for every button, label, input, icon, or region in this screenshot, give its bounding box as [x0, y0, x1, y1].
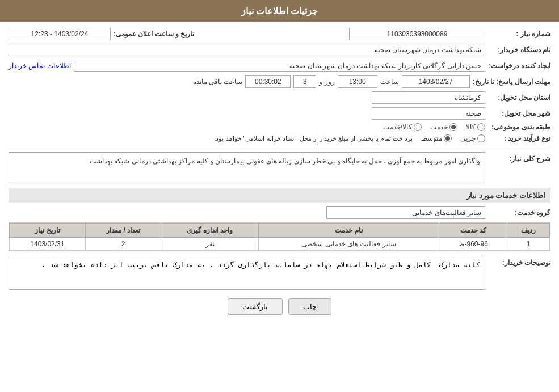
cell-nam_khadamat: سایر فعالیت های خدماتی شخصی [258, 238, 439, 251]
cell-vahed: نفر [161, 238, 258, 251]
gorohe-khadamat-value: سایر فعالیت‌های خدماتی [326, 206, 485, 219]
mohlat-baqi-label: ساعت باقی مانده [193, 78, 243, 86]
col-vahed: واحد اندازه گیری [161, 224, 258, 238]
shomare-niaz-value: 1103030393000089 [349, 28, 485, 40]
mohlat-roz: 3 [293, 75, 316, 88]
sharh-value: واگذاری امور مربوط به جمع آوری ، حمل به … [9, 152, 485, 183]
ostan-value: کرمانشاه [372, 91, 485, 104]
radio-khadamat-label: خدمت [430, 123, 448, 131]
col-tarikh: تاریخ نیاز [10, 224, 86, 238]
radio-khadamat[interactable]: خدمت [430, 123, 457, 131]
shahr-label: شهر محل تحویل: [488, 109, 550, 117]
ijad-konande-value: حسن دارایی گرگلانی کاربرداز شبکه بهداشت … [74, 60, 485, 72]
radio-kala-khadamat-circle [414, 123, 422, 131]
radio-kala[interactable]: کالا [466, 123, 485, 131]
page-title: جزئیات اطلاعات نیاز [0, 0, 559, 22]
info-khadamat-header: اطلاعات خدمات مورد نیاز [9, 188, 550, 203]
gorohe-khadamat-label: گروه خدمت: [488, 209, 550, 217]
tarikh-label: تاریخ و ساعت اعلان عمومی: [114, 30, 194, 38]
radio-kala-khadamat[interactable]: کالا/خدمت [383, 123, 422, 131]
sharh-label: شرح کلی نیاز: [488, 152, 550, 163]
tosaif-textarea[interactable] [9, 256, 485, 290]
noe-farayand-label: نوع فرآیند خرید : [488, 134, 550, 142]
mohlat-time: 13:00 [338, 75, 377, 88]
cell-tedad: 2 [85, 238, 161, 251]
col-tedad: تعداد / مقدار [85, 224, 161, 238]
farayand-note: پرداخت تمام یا بخشی از مبلغ خریدار از مح… [214, 135, 413, 142]
shomare-niaz-label: شماره نیاز : [488, 30, 550, 38]
tosaif-label: توصیحات خریدار: [488, 256, 550, 267]
back-button[interactable]: بازگشت [228, 298, 283, 315]
radio-jazyi-label: جزیی [460, 134, 476, 142]
mohlat-baqi: 00:30:02 [245, 75, 291, 88]
cell-kod_khadamat: 960-96-ط [439, 238, 507, 251]
shahr-value: صحنه [372, 107, 485, 120]
buttons-row: چاپ بازگشت [9, 298, 550, 315]
radio-jazyi[interactable]: جزیی [460, 134, 485, 142]
ostan-label: استان محل تحویل: [488, 94, 550, 102]
nam-dastgah-value: شبکه بهداشت درمان شهرستان صحنه [9, 44, 485, 56]
cell-tarikh: 1403/02/31 [10, 238, 86, 251]
col-kod: کد خدمت [439, 224, 507, 238]
mohlat-roz-label: روز و [319, 78, 334, 86]
radio-mottavaset-label: متوسط [421, 134, 442, 142]
mohlat-label: مهلت ارسال پاسخ: تا تاریخ: [473, 78, 550, 86]
table-row: 1960-96-طسایر فعالیت های خدماتی شخصینفر2… [10, 238, 550, 251]
ijad-konande-label: ایجاد کننده درخواست: [488, 62, 550, 70]
mohlat-date: 1403/02/27 [402, 75, 470, 88]
radio-jazyi-circle [477, 134, 485, 142]
radio-kala-label: کالا [466, 123, 476, 131]
mohlat-time-label: ساعت [380, 78, 399, 86]
tabaghe-radio-group: کالا خدمت کالا/خدمت [383, 123, 485, 131]
radio-mottavaset-circle [444, 134, 452, 142]
divider-1 [9, 147, 550, 147]
cell-radif: 1 [507, 238, 550, 251]
farayand-radio-group: جزیی متوسط [421, 134, 485, 142]
services-table-container: ردیف کد خدمت نام خدمت واحد اندازه گیری ت… [9, 222, 550, 251]
services-table: ردیف کد خدمت نام خدمت واحد اندازه گیری ت… [9, 223, 550, 251]
col-nam: نام خدمت [258, 224, 439, 238]
col-radif: ردیف [507, 224, 550, 238]
tarikh-value: 1403/02/24 - 12:23 [9, 28, 111, 40]
tamas-khardar-link[interactable]: اطلاعات تماس خریدار [9, 62, 71, 70]
radio-kala-khadamat-label: کالا/خدمت [383, 123, 412, 131]
tabaghe-bandi-label: طبقه بندی موضوعی: [488, 123, 550, 131]
nam-dastgah-label: نام دستگاه خریدار: [488, 46, 550, 54]
radio-khadamat-circle [449, 123, 457, 131]
radio-mottavaset[interactable]: متوسط [421, 134, 452, 142]
radio-kala-circle [477, 123, 485, 131]
print-button[interactable]: چاپ [288, 298, 331, 315]
